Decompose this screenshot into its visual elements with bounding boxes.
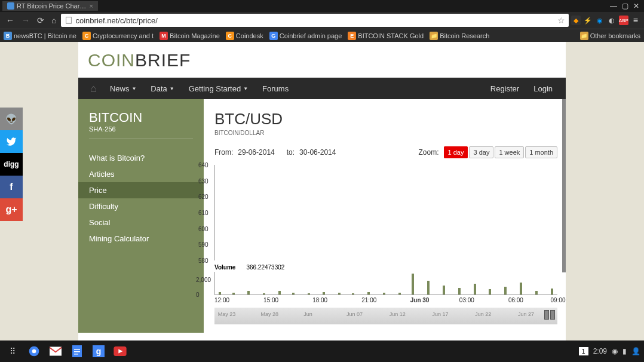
- bookmark-4[interactable]: GCoinbrief admin page: [269, 32, 342, 40]
- taskbar-chrome-icon[interactable]: [25, 343, 43, 360]
- ext-icon-4[interactable]: ◐: [607, 16, 617, 25]
- window-close-icon[interactable]: ✕: [633, 2, 639, 10]
- taskbar-google-icon[interactable]: g: [90, 343, 108, 360]
- svg-point-2: [32, 349, 36, 354]
- bookmark-6[interactable]: 📁Bitcoin Research: [430, 32, 489, 40]
- volume-chart[interactable]: 02,000: [214, 272, 557, 294]
- chart-navigator[interactable]: May 23May 28JunJun 07Jun 12Jun 17Jun 22J…: [214, 308, 557, 324]
- sidebar-title: BITCOIN: [78, 110, 204, 125]
- url-text: coinbrief.net/c/btc/price/: [75, 16, 557, 25]
- bookmark-3[interactable]: CCoindesk: [226, 32, 263, 40]
- from-label: From:: [214, 148, 233, 157]
- zoom-1-month[interactable]: 1 month: [525, 146, 557, 158]
- sidebar-item-mining-calculator[interactable]: Mining Calculator: [78, 231, 204, 247]
- window-minimize-icon[interactable]: —: [610, 2, 617, 10]
- window-maximize-icon[interactable]: ▢: [622, 2, 628, 10]
- zoom-label: Zoom:: [419, 148, 439, 157]
- ticker-title: BTC/USD: [214, 110, 557, 128]
- volume-value: 366.22473302: [246, 264, 284, 271]
- taskbar-docs-icon[interactable]: [68, 343, 86, 360]
- ext-icon-1[interactable]: ◆: [571, 16, 581, 25]
- sidebar-item-what-is-bitcoin-[interactable]: What is Bitcoin?: [78, 150, 204, 166]
- navigator-handle-left-icon[interactable]: [544, 310, 549, 320]
- bookmark-2[interactable]: MBitcoin Magazine: [160, 32, 220, 40]
- content-scrollbar[interactable]: [562, 99, 566, 272]
- ext-icon-3[interactable]: ◉: [595, 16, 605, 25]
- nav-forums[interactable]: Forums: [255, 78, 296, 99]
- other-bookmarks-label: Other bookmarks: [590, 32, 640, 39]
- nav-data[interactable]: Data ▼: [143, 78, 181, 99]
- share-reddit-icon[interactable]: 👽: [0, 108, 23, 130]
- site-logo[interactable]: COINBRIEF: [88, 50, 191, 70]
- taskbar-apps-icon[interactable]: ⠿: [4, 343, 22, 360]
- share-digg-icon[interactable]: digg: [0, 153, 23, 176]
- sidebar-item-articles[interactable]: Articles: [78, 166, 204, 182]
- tray-time: 2:09: [593, 347, 607, 355]
- page-icon: [65, 16, 73, 24]
- bookmark-0[interactable]: BnewsBTC | Bitcoin ne: [4, 32, 76, 40]
- to-label: to:: [287, 148, 295, 157]
- bookmark-star-icon[interactable]: ☆: [557, 16, 565, 25]
- tab-favicon-icon: [7, 2, 14, 10]
- nav-reload-icon[interactable]: ⟳: [35, 14, 47, 26]
- sidebar-item-price[interactable]: Price: [78, 182, 204, 198]
- price-chart[interactable]: 580590600610620630640: [214, 165, 557, 260]
- zoom-1-week[interactable]: 1 week: [495, 146, 524, 158]
- bookmark-5[interactable]: EBITCOIN STACK Gold: [348, 32, 424, 40]
- browser-tab[interactable]: RT Bitcoin Price Charts v ×: [2, 1, 98, 11]
- to-date[interactable]: 30-06-2014: [299, 148, 336, 157]
- sidebar-subtitle: SHA-256: [89, 125, 193, 139]
- ext-adblock-icon[interactable]: ABP: [619, 16, 628, 25]
- tray-user-icon[interactable]: 👤: [631, 347, 640, 355]
- sidebar-item-difficulty[interactable]: Difficulty: [78, 198, 204, 214]
- zoom-1-day[interactable]: 1 day: [444, 146, 468, 158]
- share-gplus-icon[interactable]: g+: [0, 198, 23, 221]
- sidebar-item-social[interactable]: Social: [78, 214, 204, 231]
- nav-home-icon[interactable]: ⌂: [49, 14, 59, 26]
- chart-xaxis: 12:0015:0018:0021:00Jun 3003:0006:0009:0…: [214, 294, 557, 305]
- chrome-menu-icon[interactable]: ≡: [631, 14, 640, 26]
- taskbar-gmail-icon[interactable]: [47, 343, 65, 360]
- tray-count[interactable]: 1: [579, 347, 588, 355]
- navigator-handle-right-icon[interactable]: [550, 310, 555, 320]
- tray-wifi-icon[interactable]: ◉: [612, 347, 618, 355]
- nav-login[interactable]: Login: [526, 78, 560, 99]
- address-bar[interactable]: coinbrief.net/c/btc/price/ ☆: [61, 14, 568, 27]
- nav-getting-started[interactable]: Getting Started ▼: [182, 78, 255, 99]
- bookmark-1[interactable]: CCryptocurrency and t: [82, 32, 154, 40]
- taskbar-youtube-icon[interactable]: [111, 343, 129, 360]
- svg-rect-6: [74, 351, 80, 352]
- ext-icon-2[interactable]: ⚡: [583, 16, 593, 25]
- tray-battery-icon[interactable]: ▮: [622, 347, 627, 355]
- nav-register[interactable]: Register: [483, 78, 526, 99]
- nav-home[interactable]: ⌂: [84, 82, 103, 95]
- other-bookmarks[interactable]: 📁 Other bookmarks: [580, 32, 640, 40]
- share-facebook-icon[interactable]: f: [0, 176, 23, 198]
- nav-news[interactable]: News ▼: [103, 78, 143, 99]
- zoom-3-day[interactable]: 3 day: [469, 146, 493, 158]
- svg-rect-7: [74, 354, 78, 355]
- ticker-pair: BITCOIN/DOLLAR: [214, 130, 557, 136]
- from-date[interactable]: 29-06-2014: [238, 148, 274, 157]
- share-twitter-icon[interactable]: [0, 130, 23, 153]
- nav-back-icon[interactable]: ←: [4, 14, 17, 26]
- svg-rect-0: [66, 17, 72, 24]
- nav-forward-icon[interactable]: →: [19, 14, 32, 26]
- svg-rect-5: [74, 349, 80, 350]
- tab-close-icon[interactable]: ×: [90, 2, 93, 10]
- volume-label: Volume: [214, 264, 235, 271]
- tab-title: RT Bitcoin Price Charts v: [17, 2, 87, 10]
